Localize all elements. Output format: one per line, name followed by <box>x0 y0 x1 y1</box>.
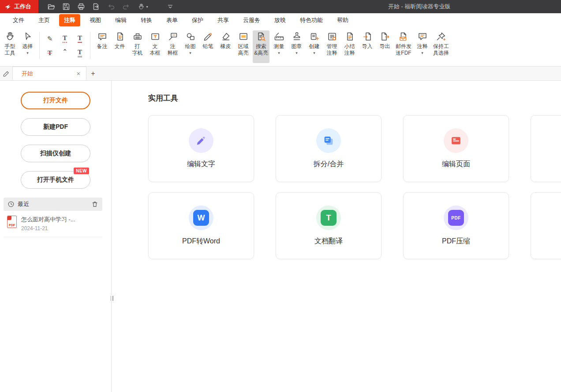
menu-edit[interactable]: 编辑 <box>110 14 131 26</box>
ribbon-textbox[interactable]: 文 本框 <box>147 30 163 63</box>
menu-file[interactable]: 文件 <box>8 14 29 26</box>
ribbon-divider <box>39 32 40 59</box>
trash-icon[interactable] <box>91 201 98 208</box>
stamp-icon <box>292 31 302 42</box>
replace-text-icon[interactable]: T <box>73 46 86 60</box>
close-icon[interactable]: × <box>75 70 82 77</box>
menu-features[interactable]: 特色功能 <box>295 14 328 26</box>
hand-mode-icon[interactable]: ▾ <box>137 3 149 11</box>
import-icon <box>362 31 373 42</box>
ribbon-keep-tool[interactable]: 保持工 具选择 <box>432 30 450 63</box>
card-split-merge[interactable]: 拆分/合并 <box>276 115 381 182</box>
content-area: 打开文件 新建PDF 扫描仪创建 打开手机文件 NEW 最近 PDF 怎么面对高… <box>0 81 561 392</box>
manage-comments-icon <box>327 31 337 42</box>
ribbon-divider <box>90 32 90 59</box>
annotation-pencil-icon[interactable] <box>0 67 12 80</box>
undo-icon[interactable] <box>107 3 115 11</box>
export-icon[interactable] <box>92 3 100 11</box>
strikeout-icon[interactable]: T <box>43 46 56 60</box>
window-title: 开始 - 福昕阅读器专业版 <box>388 0 451 13</box>
menu-form[interactable]: 表单 <box>161 14 183 26</box>
recent-title: 最近 <box>18 200 88 208</box>
menu-home[interactable]: 主页 <box>34 14 55 26</box>
new-pdf-button[interactable]: 新建PDF <box>21 118 90 136</box>
recent-header: 最近 <box>4 198 102 211</box>
workspace-label: 工作台 <box>14 3 31 11</box>
chevron-down-icon: ▾ <box>421 51 423 55</box>
underline-icon[interactable]: T <box>73 32 86 45</box>
text-markup-group: ✎ T T T ˆ T <box>43 32 86 60</box>
splitter-handle[interactable] <box>109 295 114 301</box>
ribbon-summarize-comments[interactable]: 小结 注释 <box>341 30 358 63</box>
ribbon-area-highlight[interactable]: 区域 高亮 <box>235 30 251 63</box>
ribbon-drawing[interactable]: 绘图 ▾ <box>182 30 198 63</box>
menu-protect[interactable]: 保护 <box>187 14 208 26</box>
ribbon-file-attachment[interactable]: 文件 <box>112 30 128 63</box>
ribbon-eraser[interactable]: 橡皮 <box>217 30 234 63</box>
note-bubble-icon <box>97 31 108 42</box>
hand-icon <box>5 31 15 42</box>
highlight-icon[interactable]: ✎ <box>43 32 56 45</box>
ribbon-pencil[interactable]: 铅笔 <box>200 30 216 63</box>
card-edit-pages[interactable]: 编辑页面 <box>403 115 509 182</box>
tool-card-partial[interactable] <box>531 115 561 182</box>
doc-translate-icon: T <box>316 205 341 230</box>
menubar: 文件 主页 注释 视图 编辑 转换 表单 保护 共享 云服务 放映 特色功能 帮… <box>0 13 561 27</box>
eraser-icon <box>221 31 231 42</box>
customize-toolbar-icon[interactable] <box>166 3 174 11</box>
card-pdf-to-word[interactable]: W PDF转Word <box>148 192 254 259</box>
open-file-icon[interactable] <box>47 3 55 11</box>
insert-text-icon[interactable]: ˆ <box>58 46 71 60</box>
card-pdf-compress[interactable]: PDF PDF压缩 <box>403 192 509 259</box>
ribbon-select[interactable]: 选择 ▾ <box>19 30 36 63</box>
workspace-button[interactable]: 工作台 <box>0 0 38 13</box>
ribbon-hand-tool[interactable]: 手型 工具 <box>2 30 18 63</box>
ribbon-email-fdf[interactable]: 邮件发 送FDF <box>394 30 413 63</box>
scanner-create-button[interactable]: 扫描仪创建 <box>21 145 90 162</box>
squiggly-underline-icon[interactable]: T <box>58 32 71 45</box>
menu-help[interactable]: 帮助 <box>332 14 353 26</box>
main-panel: 实用工具 编辑文字 拆分/合并 <box>112 81 561 392</box>
edit-pages-icon <box>444 128 468 153</box>
ribbon-note[interactable]: 备注 <box>94 30 110 63</box>
area-highlight-icon <box>238 31 249 42</box>
open-file-button[interactable]: 打开文件 <box>21 92 90 109</box>
email-fdf-icon <box>398 31 409 42</box>
redo-icon[interactable] <box>122 3 130 11</box>
ribbon-typewriter[interactable]: 打 字机 <box>129 30 146 63</box>
summarize-comments-icon <box>344 31 355 42</box>
new-badge: NEW <box>74 168 89 174</box>
menu-convert[interactable]: 转换 <box>136 14 157 26</box>
ribbon-export[interactable]: 导出 <box>377 30 393 63</box>
menu-comment[interactable]: 注释 <box>59 14 80 26</box>
app-window: 工作台 ▾ 开始 - 福昕阅读器专业版 文件 主页 注释 视图 编辑 转换 表单… <box>0 0 561 392</box>
section-title: 实用工具 <box>148 94 561 103</box>
recent-file-name: 怎么面对高中学习 -... <box>21 216 75 224</box>
ribbon-comment[interactable]: 注释 ▾ <box>414 30 430 63</box>
foxit-logo-icon <box>4 4 11 10</box>
ribbon-measure[interactable]: 测量 ▾ <box>271 30 287 63</box>
menu-cloud[interactable]: 云服务 <box>238 14 265 26</box>
ribbon-create[interactable]: 创建 ▾ <box>306 30 322 63</box>
ribbon-callout[interactable]: 注 释框 <box>165 30 181 63</box>
clock-icon <box>7 201 15 208</box>
save-icon[interactable] <box>62 3 70 11</box>
ribbon-manage-comments[interactable]: 管理 注释 <box>324 30 340 63</box>
menu-present[interactable]: 放映 <box>269 14 291 26</box>
recent-file-item[interactable]: PDF 怎么面对高中学习 -... 2024-11-21 <box>4 211 102 237</box>
pdf-file-icon: PDF <box>7 216 17 228</box>
print-icon[interactable] <box>77 3 85 11</box>
card-edit-text[interactable]: 编辑文字 <box>148 115 254 182</box>
ribbon-stamp[interactable]: 图章 ▾ <box>288 30 305 63</box>
edit-text-icon <box>189 128 213 153</box>
tool-card-partial[interactable] <box>531 192 561 259</box>
menu-share[interactable]: 共享 <box>213 14 234 26</box>
menu-view[interactable]: 视图 <box>85 14 106 26</box>
ribbon-import[interactable]: 导入 <box>359 30 375 63</box>
chevron-down-icon: ▾ <box>313 51 315 55</box>
tab-start[interactable]: 开始 × <box>12 67 86 80</box>
open-mobile-file-button[interactable]: 打开手机文件 NEW <box>21 171 90 189</box>
new-tab-button[interactable]: + <box>86 67 100 80</box>
card-doc-translate[interactable]: T 文档翻译 <box>276 192 381 259</box>
ribbon-search-highlight[interactable]: 搜索 &高亮 <box>253 30 269 63</box>
